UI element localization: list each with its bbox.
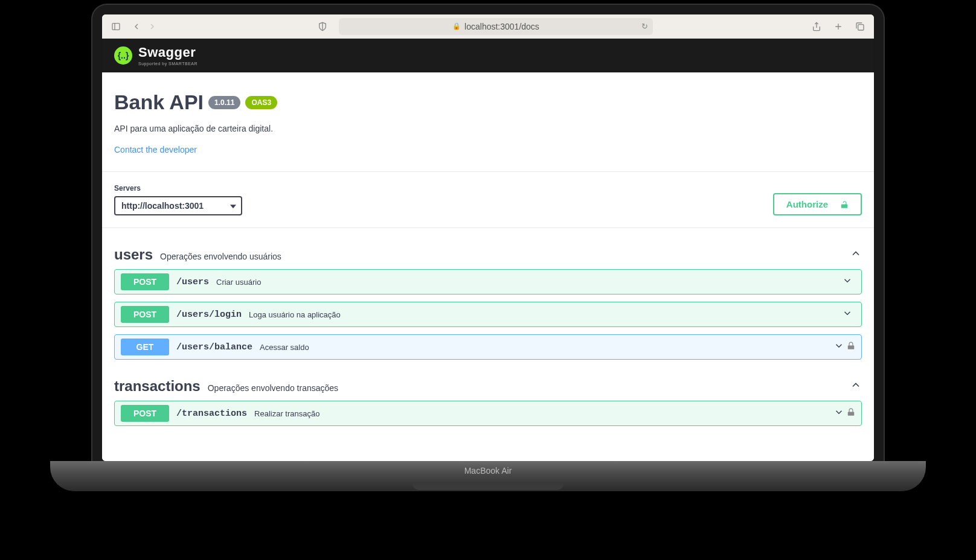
tag-transactions-header[interactable]: transactions Operações envolvendo transa…: [114, 372, 862, 401]
screen: 🔒 localhost:3001/docs ↻: [102, 14, 874, 461]
page-content: {..} Swagger Supported by SMARTBEAR Bank…: [102, 39, 874, 461]
address-bar[interactable]: 🔒 localhost:3001/docs ↻: [339, 18, 653, 35]
server-select[interactable]: http://localhost:3001: [114, 196, 242, 215]
lock-open-icon: [840, 200, 849, 209]
tag-name: users: [114, 246, 153, 263]
reload-icon[interactable]: ↻: [641, 22, 648, 31]
swagger-logo: {..} Swagger Supported by SMARTBEAR: [114, 46, 197, 66]
op-transactions-create[interactable]: POST /transactions Realizar transação: [114, 401, 862, 426]
lock-icon[interactable]: [847, 408, 855, 419]
op-summary: Criar usuário: [216, 278, 842, 287]
chevron-down-icon: [842, 275, 853, 288]
laptop-notch: [413, 484, 563, 490]
url-text: localhost:3001/docs: [464, 22, 539, 31]
browser-toolbar: 🔒 localhost:3001/docs ↻: [102, 14, 874, 39]
api-description: API para uma aplicação de carteira digit…: [114, 124, 862, 133]
swagger-brand-sub: Supported by SMARTBEAR: [138, 62, 197, 66]
api-title-row: Bank API 1.0.11 OAS3: [114, 91, 862, 114]
op-path: /users/balance: [176, 342, 252, 352]
svg-rect-5: [858, 24, 864, 30]
swagger-brand-text: Swagger: [138, 46, 197, 59]
method-badge: POST: [121, 273, 169, 290]
op-users-balance[interactable]: GET /users/balance Acessar saldo: [114, 334, 862, 360]
lock-icon: 🔒: [452, 22, 461, 30]
op-path: /transactions: [176, 409, 247, 419]
op-summary: Acessar saldo: [260, 343, 833, 352]
op-summary: Loga usuário na aplicação: [249, 310, 842, 319]
forward-button[interactable]: [146, 20, 159, 33]
svg-rect-0: [112, 23, 120, 30]
method-badge: POST: [121, 405, 169, 422]
op-path: /users: [176, 277, 209, 287]
sidebar-toggle-icon[interactable]: [109, 20, 123, 33]
chevron-up-icon: [850, 379, 862, 393]
contact-link[interactable]: Contact the developer: [114, 145, 197, 154]
servers-label: Servers: [114, 184, 242, 192]
tag-name: transactions: [114, 378, 201, 395]
servers-block: Servers http://localhost:3001: [114, 184, 242, 215]
version-badge: 1.0.11: [208, 96, 240, 109]
chevron-down-icon: [833, 340, 844, 354]
back-button[interactable]: [130, 20, 143, 33]
chevron-up-icon: [850, 247, 862, 262]
op-path: /users/login: [176, 310, 242, 320]
chevron-down-icon: [842, 308, 853, 321]
api-title: Bank API: [114, 91, 204, 114]
tag-users-header[interactable]: users Operações envolvendo usuários: [114, 240, 862, 269]
laptop-base: MacBook Air: [50, 461, 926, 491]
op-users-login[interactable]: POST /users/login Loga usuário na aplica…: [114, 302, 862, 327]
method-badge: POST: [121, 306, 169, 323]
share-icon[interactable]: [810, 20, 823, 33]
op-users-create[interactable]: POST /users Criar usuário: [114, 269, 862, 294]
op-summary: Realizar transação: [254, 409, 833, 418]
divider: [102, 228, 874, 228]
new-tab-icon[interactable]: [832, 20, 845, 33]
laptop-frame: 🔒 localhost:3001/docs ↻: [92, 5, 884, 461]
chevron-down-icon: [833, 407, 844, 420]
swagger-topbar: {..} Swagger Supported by SMARTBEAR: [102, 39, 874, 72]
swagger-logo-icon: {..}: [114, 46, 132, 65]
lock-icon[interactable]: [847, 342, 855, 352]
device-label: MacBook Air: [464, 461, 512, 476]
tabs-icon[interactable]: [853, 20, 867, 33]
tag-description: Operações envolvendo transações: [208, 383, 843, 393]
method-badge: GET: [121, 339, 169, 355]
tag-description: Operações envolvendo usuários: [160, 252, 843, 261]
authorize-button[interactable]: Authorize: [773, 193, 862, 215]
oas-badge: OAS3: [245, 96, 277, 109]
authorize-label: Authorize: [786, 199, 828, 209]
privacy-shield-icon[interactable]: [316, 20, 329, 33]
